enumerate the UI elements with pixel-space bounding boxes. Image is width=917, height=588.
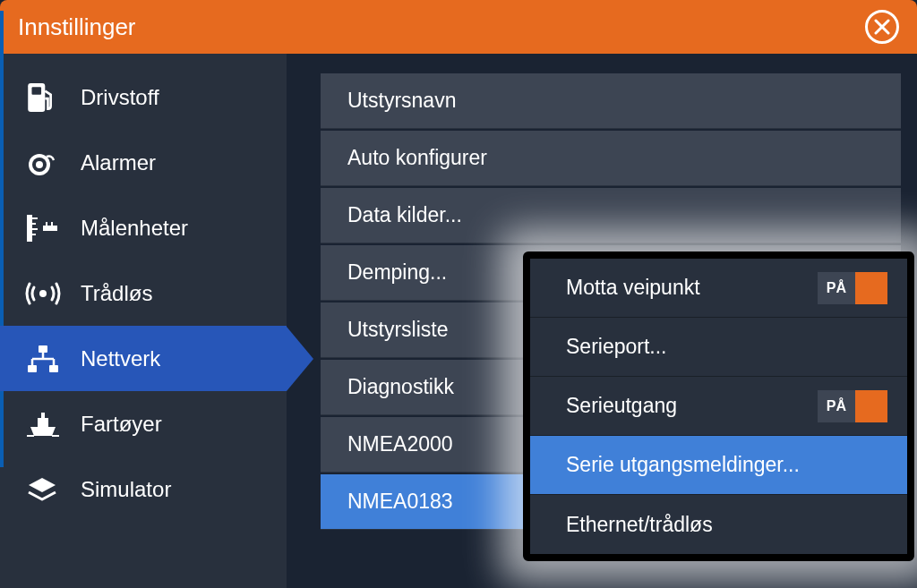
network-icon (25, 344, 68, 374)
svg-rect-12 (43, 226, 57, 231)
menu-item-label: Demping... (347, 260, 447, 285)
popup-item-motta-veipunkt[interactable]: Motta veipunkt PÅ (530, 259, 907, 318)
sidebar-item-alarmer[interactable]: Alarmer (0, 130, 287, 195)
svg-rect-23 (38, 418, 48, 427)
sidebar-item-label: Drivstoff (81, 85, 159, 110)
popup-item-label: Motta veipunkt (566, 276, 700, 300)
sidebar-item-label: Nettverk (81, 346, 160, 371)
vessel-icon (25, 409, 68, 439)
sidebar-item-simulator[interactable]: Simulator (0, 456, 287, 522)
svg-rect-24 (41, 413, 45, 418)
toggle-serieutgang[interactable]: PÅ (818, 390, 887, 422)
menu-item-label: Utstyrsnavn (347, 89, 456, 113)
sidebar-item-label: Målenheter (81, 216, 188, 241)
sidebar-item-tradlos[interactable]: Trådløs (0, 260, 287, 326)
menu-item-label: Auto konfigurer (347, 146, 487, 170)
sidebar-item-label: Alarmer (81, 150, 156, 175)
alarm-icon (25, 148, 68, 178)
sidebar-item-malenheter[interactable]: Målenheter (0, 195, 287, 260)
menu-item-data-kilder[interactable]: Data kilder... (321, 188, 901, 243)
popup-item-serieport[interactable]: Serieport... (530, 318, 907, 377)
menu-item-label: Utstyrsliste (347, 318, 448, 342)
popup-item-serieutgang[interactable]: Serieutgang PÅ (530, 377, 907, 436)
sidebar-item-label: Trådløs (81, 281, 152, 306)
wireless-icon (25, 280, 68, 307)
menu-item-label: NMEA2000 (347, 432, 453, 456)
svg-rect-16 (39, 345, 47, 353)
menu-item-utstyrsnavn[interactable]: Utstyrsnavn (321, 73, 901, 129)
fuel-icon (25, 81, 68, 114)
sidebar: Drivstoff Alarmer (0, 54, 287, 588)
submenu-popup: Motta veipunkt PÅ Serieport... Serieutga… (523, 251, 914, 561)
title-bar: Innstillinger (0, 0, 917, 54)
page-title: Innstillinger (18, 13, 136, 41)
ruler-icon (25, 213, 68, 243)
popup-item-serie-utgangsmeldinger[interactable]: Serie utgangsmeldinger... (530, 436, 907, 495)
close-button[interactable] (865, 10, 899, 44)
toggle-state-label: PÅ (818, 272, 855, 304)
svg-rect-7 (27, 215, 32, 242)
toggle-switch-on (855, 390, 887, 422)
svg-point-6 (36, 161, 43, 168)
toggle-switch-on (855, 272, 887, 304)
sidebar-item-label: Fartøyer (81, 412, 162, 437)
menu-item-label: NMEA0183 (347, 490, 453, 514)
svg-rect-3 (31, 87, 41, 94)
menu-item-label: Diagnostikk (347, 375, 454, 399)
svg-point-15 (39, 290, 47, 297)
popup-item-label: Ethernet/trådløs (566, 513, 713, 537)
toggle-state-label: PÅ (818, 390, 855, 422)
toggle-motta-veipunkt[interactable]: PÅ (818, 272, 887, 304)
layers-icon (25, 476, 68, 503)
sidebar-item-drivstoff[interactable]: Drivstoff (0, 64, 287, 130)
popup-item-label: Serie utgangsmeldinger... (566, 453, 800, 477)
menu-item-auto-konfigurer[interactable]: Auto konfigurer (321, 131, 901, 186)
popup-item-ethernet-tradlos[interactable]: Ethernet/trådløs (530, 495, 907, 554)
popup-item-label: Serieutgang (566, 394, 677, 418)
close-icon (874, 19, 890, 35)
popup-item-label: Serieport... (566, 335, 667, 359)
menu-item-label: Data kilder... (347, 203, 462, 227)
svg-rect-17 (28, 365, 37, 372)
sidebar-item-fartoyer[interactable]: Fartøyer (0, 391, 287, 456)
svg-rect-18 (49, 365, 58, 372)
sidebar-item-nettverk[interactable]: Nettverk (0, 326, 287, 391)
sidebar-item-label: Simulator (81, 477, 171, 502)
